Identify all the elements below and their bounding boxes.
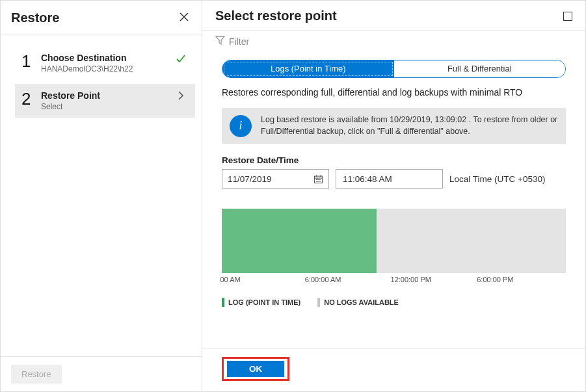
axis-tick: 6:00:00 PM (477, 276, 513, 283)
step-number: 1 (21, 53, 41, 70)
left-panel-title: Restore (11, 10, 59, 25)
step-title: Choose Destination (41, 53, 173, 63)
ok-button-highlight: OK (222, 357, 289, 381)
maximize-icon[interactable] (563, 12, 572, 21)
filter-icon (215, 36, 225, 47)
tab-logs-point-in-time[interactable]: Logs (Point in Time) (222, 60, 394, 77)
timeline-available-segment (222, 209, 377, 273)
calendar-icon[interactable] (313, 174, 323, 184)
step-choose-destination[interactable]: 1 Choose Destination HANADemoIDC3\H22\h2… (15, 46, 195, 80)
restore-wizard-panel: Restore 1 Choose Destination HANADemoIDC… (1, 1, 202, 391)
restore-type-tabs: Logs (Point in Time) Full & Differential (222, 60, 566, 78)
ok-button[interactable]: OK (227, 361, 284, 377)
timeline-unavailable-segment (377, 209, 566, 273)
axis-tick: 00 AM (220, 276, 241, 283)
svg-marker-2 (216, 36, 224, 44)
restore-description: Restores corresponding full, differentia… (222, 87, 566, 98)
legend-no-logs: NO LOGS AVAILABLE (317, 298, 399, 307)
timeline-axis: 00 AM 6:00:00 AM 12:00:00 PM 6:00:00 PM (222, 276, 566, 293)
step-restore-point[interactable]: 2 Restore Point Select (15, 84, 195, 118)
time-value: 11:06:48 AM (343, 174, 392, 184)
legend-log-available: LOG (POINT IN TIME) (222, 298, 300, 307)
log-availability-timeline[interactable]: 00 AM 6:00:00 AM 12:00:00 PM 6:00:00 PM … (222, 208, 566, 307)
timeline-legend: LOG (POINT IN TIME) NO LOGS AVAILABLE (222, 298, 566, 307)
chevron-right-icon (173, 90, 189, 101)
restore-time-input[interactable]: 11:06:48 AM (336, 169, 443, 189)
tab-full-differential[interactable]: Full & Differential (394, 60, 566, 77)
right-panel-title: Select restore point (215, 8, 337, 23)
step-subtext: HANADemoIDC3\H22\h22 (41, 64, 173, 73)
axis-tick: 12:00:00 PM (391, 276, 431, 283)
timezone-label: Local Time (UTC +0530) (449, 174, 545, 184)
date-value: 11/07/2019 (228, 174, 272, 184)
close-icon[interactable] (177, 8, 191, 27)
axis-tick: 6:00:00 AM (305, 276, 341, 283)
info-text: Log based restore is available from 10/2… (261, 114, 558, 137)
step-subtext: Select (41, 102, 173, 111)
select-restore-point-panel: Select restore point Filter Logs (Point … (202, 1, 585, 391)
legend-swatch-grey (317, 298, 320, 307)
info-banner: i Log based restore is available from 10… (222, 108, 566, 144)
legend-swatch-green (222, 298, 224, 307)
restore-button[interactable]: Restore (11, 365, 62, 384)
step-number: 2 (21, 90, 41, 107)
checkmark-icon (173, 53, 189, 64)
datetime-label: Restore Date/Time (222, 155, 566, 165)
filter-label: Filter (229, 36, 249, 47)
restore-date-input[interactable]: 11/07/2019 (222, 169, 329, 189)
step-title: Restore Point (41, 90, 173, 101)
filter-button[interactable]: Filter (202, 31, 585, 55)
info-icon: i (230, 115, 252, 137)
